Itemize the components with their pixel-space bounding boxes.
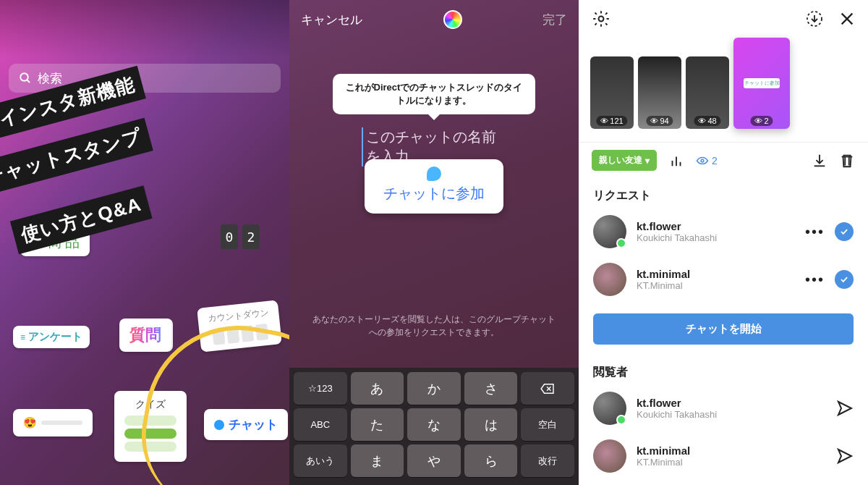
username: kt.flower: [637, 397, 826, 409]
send-icon[interactable]: [836, 447, 854, 465]
close-friends-badge[interactable]: 親しい友達 ▾: [592, 150, 657, 171]
fullname: KT.Minimal: [637, 457, 826, 468]
join-chat-button[interactable]: チャットに参加: [365, 159, 503, 214]
key-numeric[interactable]: ☆123: [294, 372, 347, 405]
poll-sticker[interactable]: ≡ アンケート: [13, 326, 90, 348]
heart-eyes-emoji: 😍: [23, 416, 37, 429]
request-row: kt.minimal KT.Minimal •••: [579, 256, 868, 303]
done-button[interactable]: 完了: [542, 12, 567, 28]
helper-text: あなたのストーリーズを閲覧した人は、このグループチャットへの参加をリクエストでき…: [289, 313, 579, 339]
story-thumb[interactable]: 👁 121: [590, 56, 634, 129]
key-sa[interactable]: さ: [464, 372, 518, 405]
search-icon: [19, 72, 32, 85]
key-kana[interactable]: あいう: [294, 444, 347, 477]
digit-2: 2: [242, 224, 260, 249]
question-label: 質問: [129, 324, 161, 346]
key-ha[interactable]: は: [464, 408, 518, 441]
viewer-row: kt.flower Koukichi Takahashi: [579, 384, 868, 432]
poll-label: アンケート: [28, 330, 82, 344]
key-return[interactable]: 改行: [521, 444, 574, 477]
user-info[interactable]: kt.minimal KT.Minimal: [637, 268, 795, 291]
view-badge: 👁 48: [694, 116, 720, 126]
key-ka[interactable]: か: [407, 372, 461, 405]
key-a[interactable]: あ: [351, 372, 404, 405]
key-na[interactable]: な: [407, 408, 461, 441]
svg-point-4: [599, 17, 604, 22]
start-chat-button[interactable]: チャットを開始: [593, 313, 854, 345]
color-picker-icon[interactable]: [443, 10, 462, 29]
requests-header: リクエスト: [579, 178, 868, 208]
key-ta[interactable]: た: [351, 408, 404, 441]
viewers-header-label: 閲覧者: [579, 355, 868, 384]
key-backspace[interactable]: [521, 372, 574, 405]
select-checkbox[interactable]: [835, 222, 854, 241]
username: kt.flower: [637, 220, 795, 232]
avatar[interactable]: [593, 392, 626, 425]
story-thumb-selected[interactable]: チャットに参加 👁 2: [733, 38, 790, 129]
svg-point-12: [701, 159, 704, 162]
panel-stickers: 検索 🛍 商品 0 2 ≡ アンケート 質問 カウントダウン 😍 クイズ チャッ…: [0, 0, 289, 485]
cancel-button[interactable]: キャンセル: [301, 12, 362, 28]
digit-1: 0: [221, 224, 238, 249]
username: kt.minimal: [637, 444, 826, 457]
fullname: Koukichi Takahashi: [637, 232, 795, 243]
eye-icon: [696, 156, 709, 165]
views-number: 2: [712, 155, 718, 166]
key-ra[interactable]: ら: [464, 444, 518, 477]
download-icon[interactable]: [812, 153, 827, 169]
view-badge: 👁 121: [596, 116, 627, 126]
panel-story-viewers: 👁 121 👁 94 👁 48 チャットに参加 👁 2 親しい友達 ▾ 2 リク…: [579, 0, 868, 485]
avatar[interactable]: [593, 215, 626, 248]
story-thumbnails: 👁 121 👁 94 👁 48 チャットに参加 👁 2: [579, 38, 868, 142]
slider-track: [41, 421, 82, 425]
fullname: KT.Minimal: [637, 280, 795, 291]
views-count[interactable]: 2: [696, 155, 718, 166]
more-button[interactable]: •••: [805, 224, 825, 240]
more-button[interactable]: •••: [805, 271, 825, 288]
fullname: Koukichi Takahashi: [637, 409, 826, 420]
view-badge: 👁 2: [750, 116, 773, 126]
story-thumb[interactable]: 👁 94: [638, 56, 681, 129]
check-icon: [839, 274, 849, 284]
user-info[interactable]: kt.flower Koukichi Takahashi: [637, 397, 826, 420]
emoji-slider-sticker[interactable]: 😍: [13, 409, 93, 436]
title-tooltip: これがDirectでのチャットスレッドのタイトルになります。: [333, 74, 535, 114]
avatar[interactable]: [593, 263, 626, 296]
close-icon[interactable]: [839, 11, 855, 27]
online-indicator: [616, 415, 626, 425]
select-checkbox[interactable]: [835, 270, 854, 289]
avatar[interactable]: [593, 439, 626, 473]
story-thumb[interactable]: 👁 48: [686, 56, 729, 129]
kana-keyboard: ☆123 あ か さ ABC た な は 空白 あいう ま や ら 改行: [289, 368, 579, 485]
viewer-row: kt.minimal KT.Minimal: [579, 432, 868, 480]
user-info[interactable]: kt.flower Koukichi Takahashi: [637, 220, 795, 243]
viewers-header: [579, 0, 868, 38]
request-row: kt.flower Koukichi Takahashi •••: [579, 208, 868, 256]
key-space[interactable]: 空白: [521, 408, 574, 441]
user-info[interactable]: kt.minimal KT.Minimal: [637, 444, 826, 468]
check-icon: [839, 227, 849, 237]
join-chat-label: チャットに参加: [383, 185, 485, 201]
key-ya[interactable]: や: [407, 444, 461, 477]
chevron-down-icon: ▾: [645, 156, 650, 166]
question-sticker[interactable]: 質問: [119, 319, 171, 352]
backspace-icon: [540, 383, 556, 395]
panel-chat-setup: キャンセル 完了 これがDirectでのチャットスレッドのタイトルになります。 …: [289, 0, 579, 485]
gear-icon[interactable]: [592, 9, 610, 28]
username: kt.minimal: [637, 268, 795, 280]
stats-icon[interactable]: [668, 153, 684, 169]
key-ma[interactable]: ま: [351, 444, 404, 477]
close-friends-label: 親しい友達: [599, 154, 642, 166]
save-icon[interactable]: [806, 10, 823, 28]
online-indicator: [616, 238, 626, 248]
svg-point-0: [20, 73, 28, 81]
countdown-digits: 0 2: [221, 224, 260, 249]
mini-chat-sticker: チャットに参加: [744, 78, 780, 88]
countdown-label: カウントダウン: [208, 307, 269, 326]
key-abc[interactable]: ABC: [294, 408, 347, 441]
send-icon[interactable]: [836, 400, 854, 417]
trash-icon[interactable]: [839, 153, 855, 169]
svg-line-1: [27, 80, 30, 83]
search-placeholder: 検索: [38, 70, 62, 87]
controls-row: 親しい友達 ▾ 2: [579, 142, 868, 178]
